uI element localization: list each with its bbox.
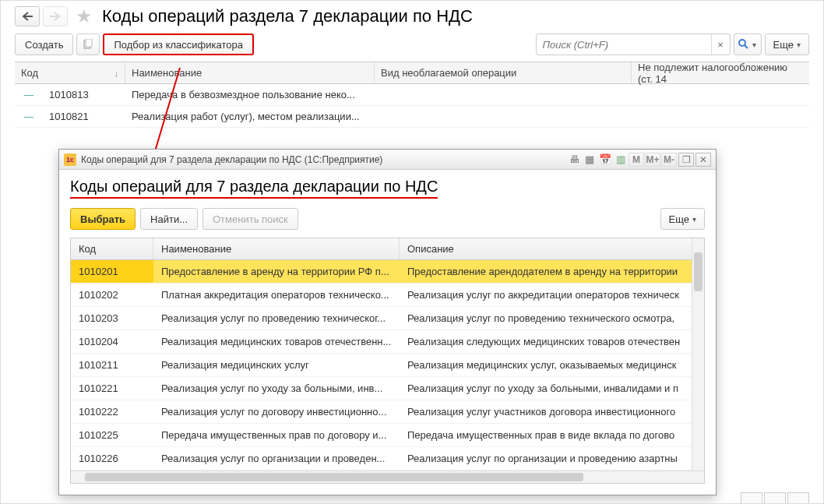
vertical-scrollbar[interactable]: [692, 238, 704, 471]
row-code: 1010222: [71, 400, 153, 423]
dialog-table-row[interactable]: 1010203Реализация услуг по проведению те…: [71, 307, 704, 330]
restore-window-button[interactable]: ❐: [678, 153, 694, 167]
row-marker-icon: —: [15, 111, 43, 122]
cancel-find-button: Отменить поиск: [202, 208, 298, 230]
m-minus-button[interactable]: M-: [661, 153, 677, 167]
dialog-table-row[interactable]: 1010225Передача имущественных прав по до…: [71, 424, 704, 447]
row-name: Передача имущественных прав по договору …: [153, 424, 400, 446]
print-icon[interactable]: 🖶: [567, 153, 581, 167]
column-header-name[interactable]: Наименование: [125, 62, 375, 83]
dialog-table-row[interactable]: 1010201Предоставление в аренду на террит…: [71, 260, 704, 284]
row-code: 1010204: [71, 330, 153, 353]
dialog-table-row[interactable]: 1010204Реализация медицинских товаров от…: [71, 330, 704, 354]
app-logo-icon: 1c: [64, 153, 76, 166]
row-marker-icon: —: [15, 90, 43, 100]
more-button[interactable]: Еще▾: [765, 33, 809, 55]
copy-button[interactable]: [76, 33, 100, 55]
row-code: 1010226: [71, 447, 153, 470]
calendar2-icon[interactable]: ▥: [614, 153, 628, 167]
classifier-dialog: 1c Коды операций для 7 раздела деклараци…: [58, 149, 717, 495]
m-plus-button[interactable]: M+: [645, 153, 660, 167]
row-desc: Реализация услуг по уходу за больными, и…: [400, 377, 704, 400]
row-code: 1010221: [71, 377, 153, 400]
chevron-down-icon: ▾: [752, 41, 756, 49]
row-desc: Реализация медицинских услуг, оказываемы…: [400, 354, 704, 376]
row-name: Реализация медицинских услуг: [153, 354, 400, 376]
row-name: Реализация услуг по уходу за больными, и…: [153, 377, 400, 400]
page-tab[interactable]: [787, 492, 809, 503]
row-code: 1010813: [43, 89, 125, 100]
search-input[interactable]: [537, 39, 711, 51]
page-tabs: [741, 492, 809, 503]
grid-icon[interactable]: ▦: [583, 153, 597, 167]
row-code: 1010821: [43, 111, 125, 122]
page-tab[interactable]: [764, 492, 786, 503]
search-clear-button[interactable]: ×: [711, 34, 730, 55]
dialog-table-row[interactable]: 1010221Реализация услуг по уходу за боль…: [71, 377, 704, 400]
search-input-wrap: ×: [536, 33, 731, 55]
row-desc: Реализация услуг по организации и провед…: [400, 447, 704, 470]
row-code: 1010203: [71, 307, 153, 330]
row-code: 1010225: [71, 424, 153, 446]
row-desc: Предоставление арендодателем в аренду на…: [400, 260, 704, 283]
chevron-down-icon: ▾: [797, 41, 801, 49]
row-name: Реализация работ (услуг), местом реализа…: [125, 111, 809, 122]
row-name: Реализация медицинских товаров отечестве…: [153, 330, 400, 353]
dialog-title: Коды операций для 7 раздела декларации п…: [81, 154, 382, 165]
dialog-heading: Коды операций для 7 раздела декларации п…: [70, 178, 438, 199]
row-name: Реализация услуг по проведению техническ…: [153, 307, 400, 330]
row-name: Платная аккредитация операторов техничес…: [153, 284, 400, 306]
horizontal-scrollbar[interactable]: [71, 471, 704, 483]
table-row[interactable]: —1010813Передача в безвозмездное пользов…: [15, 84, 809, 106]
dialog-more-button[interactable]: Еще▾: [660, 208, 705, 230]
select-button[interactable]: Выбрать: [70, 208, 136, 230]
row-desc: Реализация услуг по аккредитации операто…: [400, 284, 704, 306]
main-grid: Код ↓ Наименование Вид необлагаемой опер…: [15, 62, 809, 128]
column-header-tax[interactable]: Не подлежит налогообложению (ст. 14: [632, 62, 809, 83]
page-title: Коды операций раздела 7 декларации по НД…: [102, 6, 473, 26]
dialog-grid: Код Наименование Описание 1010201Предост…: [70, 238, 705, 484]
page-tab[interactable]: [741, 492, 762, 503]
dialog-table-row[interactable]: 1010226Реализация услуг по организации и…: [71, 447, 704, 471]
dialog-table-row[interactable]: 1010222Реализация услуг по договору инве…: [71, 400, 704, 424]
column-header-op-type[interactable]: Вид необлагаемой операции: [375, 62, 632, 83]
dialog-col-code[interactable]: Код: [71, 238, 153, 259]
row-name: Реализация услуг по договору инвестицион…: [153, 400, 400, 423]
row-code: 1010202: [71, 284, 153, 306]
favorite-star-icon[interactable]: ★: [76, 5, 93, 27]
create-button[interactable]: Создать: [15, 33, 73, 55]
svg-point-2: [739, 40, 745, 46]
chevron-down-icon: ▾: [692, 215, 696, 224]
search-dropdown-button[interactable]: ▾: [734, 33, 762, 55]
row-name: Передача в безвозмездное пользование нек…: [125, 89, 809, 100]
row-desc: Реализация услуг участников договора инв…: [400, 400, 704, 423]
column-header-code[interactable]: Код ↓: [15, 62, 125, 83]
dialog-table-row[interactable]: 1010211Реализация медицинских услугРеали…: [71, 354, 704, 377]
row-code: 1010201: [71, 260, 153, 283]
row-desc: Реализация услуг по проведению техническ…: [400, 307, 704, 330]
classifier-pick-button[interactable]: Подбор из классификатора: [103, 33, 254, 55]
row-desc: Реализация следующих медицинских товаров…: [400, 330, 704, 353]
dialog-col-desc[interactable]: Описание: [400, 238, 704, 259]
calendar-icon[interactable]: 📅: [598, 153, 612, 167]
back-button[interactable]: [15, 6, 40, 26]
svg-line-3: [745, 45, 748, 48]
svg-rect-1: [86, 39, 92, 47]
row-desc: Передача имущественных прав в виде вклад…: [400, 424, 704, 446]
row-code: 1010211: [71, 354, 153, 376]
close-window-button[interactable]: ✕: [695, 153, 711, 167]
table-row[interactable]: —1010821Реализация работ (услуг), местом…: [15, 106, 809, 128]
row-name: Реализация услуг по организации и провед…: [153, 447, 400, 470]
dialog-col-name[interactable]: Наименование: [153, 238, 400, 259]
row-name: Предоставление в аренду на территории РФ…: [153, 260, 400, 283]
sort-indicator-icon: ↓: [114, 69, 119, 78]
m-button[interactable]: M: [629, 153, 644, 167]
dialog-table-row[interactable]: 1010202Платная аккредитация операторов т…: [71, 284, 704, 307]
find-button[interactable]: Найти...: [140, 208, 198, 230]
forward-button[interactable]: [43, 6, 68, 26]
